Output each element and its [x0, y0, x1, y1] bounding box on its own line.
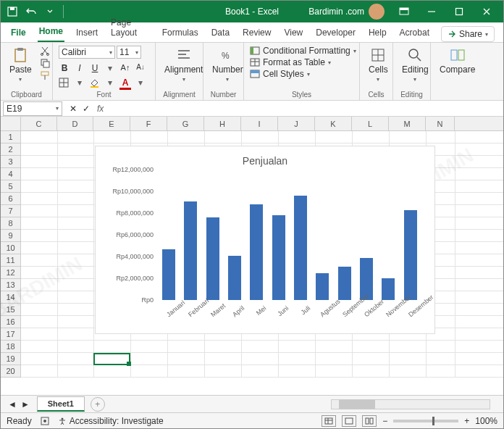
chart-bar[interactable]: [162, 249, 175, 301]
chart-bar[interactable]: [250, 204, 263, 300]
chart-bar[interactable]: [294, 196, 307, 300]
cell-styles-button[interactable]: Cell Styles▾: [250, 69, 358, 79]
accessibility-status[interactable]: Accessibility: Investigate: [58, 416, 164, 426]
select-all-corner[interactable]: [1, 117, 21, 130]
sheet-nav-prev-icon[interactable]: ◄: [8, 399, 17, 409]
col-header-G[interactable]: G: [167, 117, 204, 130]
zoom-level[interactable]: 100%: [475, 416, 497, 426]
tab-page-layout[interactable]: Page Layout: [109, 13, 151, 42]
page-layout-view-icon[interactable]: [342, 415, 356, 427]
col-header-M[interactable]: M: [389, 117, 426, 130]
row-header[interactable]: 10: [1, 242, 21, 254]
tab-home[interactable]: Home: [38, 22, 64, 42]
horizontal-scrollbar[interactable]: [331, 399, 490, 409]
share-button[interactable]: Share ▾: [441, 26, 495, 42]
tab-developer[interactable]: Developer: [314, 23, 357, 42]
tab-acrobat[interactable]: Acrobat: [398, 23, 431, 42]
row-header[interactable]: 20: [1, 365, 21, 378]
chart-bar[interactable]: [228, 256, 241, 301]
tab-review[interactable]: Review: [241, 23, 272, 42]
row-header[interactable]: 7: [1, 205, 21, 217]
row-header[interactable]: 14: [1, 291, 21, 304]
row-header[interactable]: 11: [1, 254, 21, 267]
alignment-button[interactable]: Alignment▾: [161, 46, 206, 84]
chart-bar[interactable]: [404, 210, 417, 301]
editing-button[interactable]: Editing▾: [399, 46, 432, 84]
name-box[interactable]: E19▾: [3, 101, 62, 116]
row-header[interactable]: 13: [1, 279, 21, 291]
zoom-in-icon[interactable]: +: [464, 416, 469, 426]
new-sheet-button[interactable]: +: [91, 397, 105, 412]
tab-formulas[interactable]: Formulas: [161, 23, 200, 42]
cells-button[interactable]: Cells▾: [366, 46, 391, 84]
row-header[interactable]: 5: [1, 180, 21, 193]
fx-icon[interactable]: fx: [97, 104, 109, 114]
worksheet-grid[interactable]: 1234567891011121314151617181920 BARDIMIN…: [1, 131, 503, 382]
chart-bar[interactable]: [382, 278, 395, 300]
close-icon[interactable]: [473, 1, 500, 22]
chart-bar[interactable]: [272, 215, 285, 300]
minimize-icon[interactable]: [418, 1, 445, 22]
paste-button[interactable]: Paste ▾: [7, 46, 35, 84]
col-header-D[interactable]: D: [57, 117, 93, 130]
row-header[interactable]: 4: [1, 168, 21, 180]
tab-file[interactable]: File: [9, 23, 28, 42]
col-header-L[interactable]: L: [352, 117, 389, 130]
decrease-font-icon[interactable]: A↓: [135, 63, 146, 73]
font-name-select[interactable]: Calibri▾: [59, 46, 115, 59]
increase-font-icon[interactable]: A↑: [119, 63, 131, 73]
col-header-E[interactable]: E: [93, 117, 130, 130]
col-header-F[interactable]: F: [130, 117, 167, 130]
row-header[interactable]: 12: [1, 267, 21, 279]
bold-button[interactable]: B: [59, 63, 70, 73]
qat-dropdown-icon[interactable]: [44, 6, 56, 17]
underline-button[interactable]: U: [89, 63, 101, 73]
maximize-icon[interactable]: [445, 1, 473, 22]
sheet-tab-active[interactable]: Sheet1: [37, 396, 85, 412]
cut-icon[interactable]: [39, 46, 51, 56]
col-header-C[interactable]: C: [21, 117, 57, 130]
chart-bar[interactable]: [184, 201, 197, 301]
row-header[interactable]: 17: [1, 328, 21, 341]
cancel-formula-icon[interactable]: ✕: [70, 104, 77, 114]
ribbon-display-icon[interactable]: [390, 1, 418, 22]
col-header-N[interactable]: N: [426, 117, 455, 130]
italic-button[interactable]: I: [74, 63, 85, 73]
zoom-slider[interactable]: [393, 420, 458, 422]
number-button[interactable]: % Number▾: [209, 46, 246, 84]
formula-bar[interactable]: [109, 101, 503, 116]
undo-icon[interactable]: [25, 6, 37, 17]
sheet-nav-next-icon[interactable]: ►: [21, 399, 30, 409]
copy-icon[interactable]: [39, 58, 51, 68]
row-header[interactable]: 16: [1, 316, 21, 328]
zoom-out-icon[interactable]: −: [382, 416, 387, 426]
normal-view-icon[interactable]: [322, 415, 336, 427]
row-header[interactable]: 3: [1, 156, 21, 168]
fill-color-icon[interactable]: [89, 78, 101, 90]
conditional-formatting-button[interactable]: Conditional Formatting▾: [250, 46, 358, 56]
embedded-chart[interactable]: Penjualan Rp0Rp2,000,000Rp4,000,000Rp6,0…: [95, 146, 435, 334]
chart-bar[interactable]: [316, 273, 329, 301]
font-size-select[interactable]: 11▾: [117, 46, 141, 59]
chart-bar[interactable]: [206, 217, 219, 300]
font-color-icon[interactable]: A: [119, 78, 131, 90]
col-header-I[interactable]: I: [241, 117, 278, 130]
tab-view[interactable]: View: [282, 23, 304, 42]
save-icon[interactable]: [7, 6, 18, 17]
compare-button[interactable]: Compare: [437, 46, 478, 76]
enter-formula-icon[interactable]: ✓: [83, 104, 90, 114]
col-header-K[interactable]: K: [315, 117, 352, 130]
row-header[interactable]: 1: [1, 131, 21, 143]
user-account[interactable]: Bardimin .com: [308, 4, 385, 20]
col-header-H[interactable]: H: [204, 117, 241, 130]
page-break-view-icon[interactable]: [362, 415, 377, 427]
row-header[interactable]: 19: [1, 353, 21, 365]
row-header[interactable]: 6: [1, 193, 21, 205]
row-header[interactable]: 9: [1, 230, 21, 242]
chart-bar[interactable]: [338, 267, 351, 301]
macro-record-icon[interactable]: [41, 417, 49, 425]
tab-help[interactable]: Help: [367, 23, 388, 42]
row-header[interactable]: 2: [1, 143, 21, 156]
format-painter-icon[interactable]: [39, 70, 51, 80]
format-as-table-button[interactable]: Format as Table▾: [250, 57, 358, 67]
